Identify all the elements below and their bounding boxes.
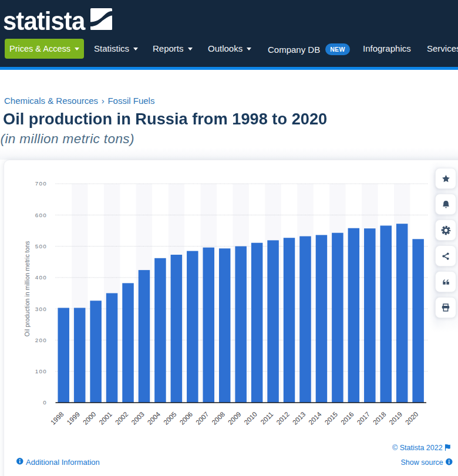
svg-text:2014: 2014 bbox=[307, 410, 323, 426]
svg-text:200: 200 bbox=[35, 337, 48, 343]
svg-text:2004: 2004 bbox=[146, 410, 162, 426]
svg-text:100: 100 bbox=[35, 368, 48, 374]
svg-text:1999: 1999 bbox=[66, 410, 82, 426]
svg-text:2017: 2017 bbox=[356, 410, 372, 426]
svg-text:2020: 2020 bbox=[404, 410, 420, 426]
svg-text:2018: 2018 bbox=[372, 410, 388, 426]
svg-text:1998: 1998 bbox=[49, 410, 65, 426]
svg-text:2010: 2010 bbox=[243, 410, 258, 426]
svg-text:2008: 2008 bbox=[211, 410, 227, 426]
svg-text:400: 400 bbox=[35, 274, 48, 281]
svg-text:2012: 2012 bbox=[275, 410, 291, 426]
svg-text:2015: 2015 bbox=[324, 410, 339, 426]
svg-text:2009: 2009 bbox=[227, 410, 243, 426]
svg-text:2000: 2000 bbox=[82, 410, 97, 426]
svg-text:300: 300 bbox=[35, 306, 48, 312]
svg-text:2003: 2003 bbox=[130, 410, 146, 426]
svg-text:Oil production in million metr: Oil production in million metric tons bbox=[23, 241, 31, 337]
svg-text:0: 0 bbox=[43, 399, 47, 406]
svg-text:2006: 2006 bbox=[179, 410, 194, 426]
svg-text:700: 700 bbox=[35, 180, 48, 187]
svg-text:2001: 2001 bbox=[97, 410, 113, 426]
svg-text:2005: 2005 bbox=[162, 410, 178, 426]
svg-text:2016: 2016 bbox=[339, 410, 355, 426]
svg-text:2007: 2007 bbox=[194, 410, 210, 426]
svg-text:600: 600 bbox=[35, 212, 48, 218]
svg-text:500: 500 bbox=[35, 243, 48, 249]
svg-text:2019: 2019 bbox=[388, 410, 404, 426]
svg-text:2011: 2011 bbox=[260, 410, 275, 426]
svg-text:2002: 2002 bbox=[114, 410, 130, 426]
svg-text:2013: 2013 bbox=[291, 410, 307, 426]
